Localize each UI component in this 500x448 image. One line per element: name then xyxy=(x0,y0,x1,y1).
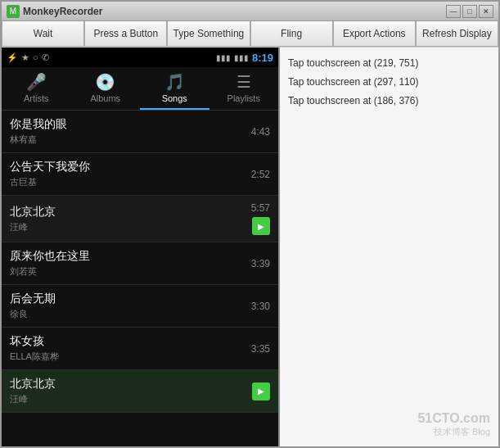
song-duration-4: 3:30 xyxy=(251,301,270,312)
status-right: ▮▮▮ ▮▮▮ 8:19 xyxy=(216,52,273,64)
song-right-2: 5:57 ▶ xyxy=(251,202,270,235)
tab-artists[interactable]: 🎤 Artists xyxy=(2,67,71,110)
song-duration-0: 4:43 xyxy=(251,126,270,138)
watermark-main: 51CTO.com xyxy=(417,411,490,426)
song-info-0: 你是我的眼 林宥嘉 xyxy=(10,117,251,146)
song-info-3: 原来你也在这里 刘若英 xyxy=(10,249,251,278)
type-something-button[interactable]: Type Something xyxy=(167,21,250,47)
song-artist-2: 汪峰 xyxy=(10,221,251,233)
action-text-2: Tap touchscreen at (186, 376) xyxy=(288,93,490,109)
song-artist-0: 林宥嘉 xyxy=(10,133,251,146)
circle-icon: ○ xyxy=(33,52,38,62)
close-button[interactable]: ✕ xyxy=(479,5,493,18)
wait-button[interactable]: Wait xyxy=(2,21,84,47)
refresh-display-button[interactable]: Refresh Display xyxy=(416,21,498,47)
song-item-6[interactable]: 北京北京 汪峰 ▶ xyxy=(2,370,278,413)
song-item-4[interactable]: 后会无期 徐良 3:30 xyxy=(2,285,278,328)
songs-icon: 🎵 xyxy=(164,72,185,92)
title-bar-left: M MonkeyRecorder xyxy=(7,5,102,18)
tab-songs[interactable]: 🎵 Songs xyxy=(140,67,209,110)
toolbar: Wait Press a Button Type Something Fling… xyxy=(2,21,498,48)
status-time: 8:19 xyxy=(252,52,273,64)
song-title-2: 北京北京 xyxy=(10,205,251,219)
app-title: MonkeyRecorder xyxy=(23,6,102,17)
song-list[interactable]: 你是我的眼 林宥嘉 4:43 公告天下我爱你 古巨基 2:52 xyxy=(2,111,278,446)
song-artist-1: 古巨基 xyxy=(10,176,251,188)
song-artist-5: ELLA陈嘉桦 xyxy=(10,351,251,363)
song-title-0: 你是我的眼 xyxy=(10,117,251,132)
signal-bars2: ▮▮▮ xyxy=(234,53,249,62)
status-bar: ⚡ ★ ○ ✆ ▮▮▮ ▮▮▮ 8:19 xyxy=(2,48,278,67)
tab-albums[interactable]: 💿 Albums xyxy=(71,67,141,110)
tab-playlists[interactable]: ☰ Playlists xyxy=(209,67,279,110)
song-info-6: 北京北京 汪峰 xyxy=(10,377,252,405)
song-item-3[interactable]: 原来你也在这里 刘若英 3:39 xyxy=(2,242,278,285)
title-bar: M MonkeyRecorder — □ ✕ xyxy=(2,2,498,21)
song-right-0: 4:43 xyxy=(251,126,270,138)
action-text-0: Tap touchscreen at (219, 751) xyxy=(288,56,490,71)
song-title-6: 北京北京 xyxy=(10,377,252,391)
app-icon: M xyxy=(7,5,20,18)
watermark-sub: 技术博客 Blog xyxy=(417,426,490,438)
minimize-button[interactable]: — xyxy=(446,5,461,18)
albums-icon: 💿 xyxy=(95,72,115,92)
song-artist-4: 徐良 xyxy=(10,308,251,320)
song-duration-5: 3:35 xyxy=(251,343,270,355)
artists-icon: 🎤 xyxy=(26,72,47,92)
song-right-5: 3:35 xyxy=(251,343,270,355)
play-icon-2[interactable]: ▶ xyxy=(252,217,270,235)
fling-button[interactable]: Fling xyxy=(250,21,333,47)
right-panel: Tap touchscreen at (219, 751) Tap touchs… xyxy=(280,48,498,446)
song-duration-3: 3:39 xyxy=(251,258,270,269)
main-window: M MonkeyRecorder — □ ✕ Wait Press a Butt… xyxy=(0,0,500,448)
song-duration-1: 2:52 xyxy=(251,169,270,180)
song-right-1: 2:52 xyxy=(251,169,270,180)
song-title-1: 公告天下我爱你 xyxy=(10,160,251,174)
export-actions-button[interactable]: Export Actions xyxy=(333,21,416,47)
watermark: 51CTO.com 技术博客 Blog xyxy=(417,411,490,438)
song-info-1: 公告天下我爱你 古巨基 xyxy=(10,160,251,188)
phone-icon: ✆ xyxy=(42,52,49,63)
tab-songs-label: Songs xyxy=(162,93,187,103)
tab-albums-label: Albums xyxy=(90,93,120,103)
tab-artists-label: Artists xyxy=(24,93,49,103)
signal-bars: ▮▮▮ xyxy=(216,53,231,62)
song-right-4: 3:30 xyxy=(251,301,270,312)
wifi-icon: ★ xyxy=(21,52,29,63)
song-artist-3: 刘若英 xyxy=(10,265,251,278)
song-duration-2: 5:57 xyxy=(251,202,270,214)
play-icon-6[interactable]: ▶ xyxy=(252,382,270,400)
song-info-5: 坏女孩 ELLA陈嘉桦 xyxy=(10,334,251,363)
song-info-2: 北京北京 汪峰 xyxy=(10,205,251,233)
title-bar-buttons: — □ ✕ xyxy=(446,5,493,18)
song-item-5[interactable]: 坏女孩 ELLA陈嘉桦 3:35 xyxy=(2,328,278,370)
status-left: ⚡ ★ ○ ✆ xyxy=(7,52,49,63)
song-right-3: 3:39 xyxy=(251,258,270,269)
usb-icon: ⚡ xyxy=(7,52,18,63)
song-item-0[interactable]: 你是我的眼 林宥嘉 4:43 xyxy=(2,111,278,153)
tab-playlists-label: Playlists xyxy=(227,93,260,103)
song-info-4: 后会无期 徐良 xyxy=(10,292,251,320)
maximize-button[interactable]: □ xyxy=(462,5,477,18)
action-text-1: Tap touchscreen at (297, 110) xyxy=(288,75,490,90)
song-item-1[interactable]: 公告天下我爱你 古巨基 2:52 xyxy=(2,153,278,196)
press-button-button[interactable]: Press a Button xyxy=(84,21,167,47)
song-item-2[interactable]: 北京北京 汪峰 5:57 ▶ xyxy=(2,196,278,242)
song-artist-6: 汪峰 xyxy=(10,393,252,405)
song-title-5: 坏女孩 xyxy=(10,334,251,349)
song-right-6: ▶ xyxy=(252,382,270,400)
nav-tabs: 🎤 Artists 💿 Albums 🎵 Songs ☰ Playlists xyxy=(2,67,278,111)
playlists-icon: ☰ xyxy=(236,72,251,92)
song-title-3: 原来你也在这里 xyxy=(10,249,251,264)
phone-panel: ⚡ ★ ○ ✆ ▮▮▮ ▮▮▮ 8:19 🎤 Artists 💿 xyxy=(2,48,280,446)
main-area: ⚡ ★ ○ ✆ ▮▮▮ ▮▮▮ 8:19 🎤 Artists 💿 xyxy=(2,48,498,446)
song-title-4: 后会无期 xyxy=(10,292,251,306)
